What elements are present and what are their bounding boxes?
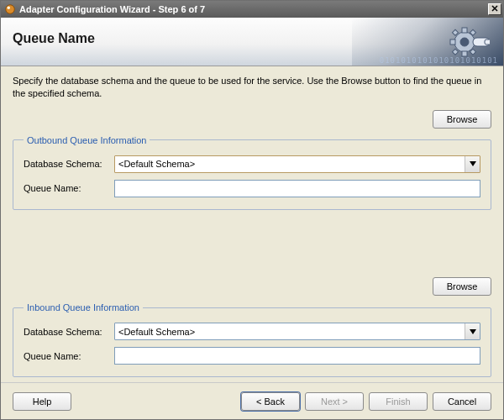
outbound-schema-select[interactable]	[114, 155, 480, 173]
svg-rect-5	[462, 51, 467, 56]
wizard-content: Specify the database schema and the queu…	[1, 66, 503, 382]
svg-point-0	[6, 5, 15, 14]
outbound-schema-label: Database Schema:	[24, 159, 114, 169]
outbound-queue-label: Queue Name:	[24, 183, 114, 193]
wizard-window: Adapter Configuration Wizard - Step 6 of…	[0, 0, 504, 420]
banner-art: 0101010101010101010101	[318, 18, 503, 66]
app-icon	[4, 3, 16, 15]
wizard-banner: Queue Name 0101010101010101010101	[1, 18, 503, 66]
inbound-legend: Inbound Queue Information	[24, 302, 143, 312]
inbound-schema-label: Database Schema:	[24, 327, 114, 337]
help-button[interactable]: Help	[13, 392, 71, 411]
button-bar: Help < Back Next > Finish Cancel	[1, 382, 503, 419]
outbound-group: Outbound Queue Information Database Sche…	[13, 135, 491, 210]
inbound-schema-select[interactable]	[114, 323, 480, 340]
instruction-text: Specify the database schema and the queu…	[13, 75, 491, 100]
cancel-button[interactable]: Cancel	[433, 392, 491, 411]
svg-rect-6	[450, 39, 455, 45]
window-title: Adapter Configuration Wizard - Step 6 of…	[19, 4, 488, 14]
back-button[interactable]: < Back	[241, 392, 300, 411]
close-icon[interactable]	[488, 3, 501, 15]
svg-rect-10	[452, 49, 458, 55]
svg-rect-4	[462, 28, 467, 33]
titlebar: Adapter Configuration Wizard - Step 6 of…	[1, 1, 503, 18]
svg-point-1	[8, 7, 11, 10]
svg-point-3	[460, 38, 469, 46]
finish-button: Finish	[369, 392, 428, 411]
inbound-queue-input[interactable]	[114, 347, 480, 365]
outbound-queue-input[interactable]	[114, 180, 480, 197]
browse-outbound-button[interactable]: Browse	[433, 110, 491, 129]
page-title: Queue Name	[13, 31, 95, 46]
outbound-legend: Outbound Queue Information	[24, 135, 150, 145]
inbound-group: Inbound Queue Information Database Schem…	[13, 302, 491, 377]
svg-rect-13	[485, 39, 490, 45]
inbound-queue-label: Queue Name:	[24, 351, 114, 361]
next-button: Next >	[305, 392, 364, 411]
browse-inbound-button[interactable]: Browse	[433, 277, 491, 296]
gear-icon	[448, 21, 490, 63]
